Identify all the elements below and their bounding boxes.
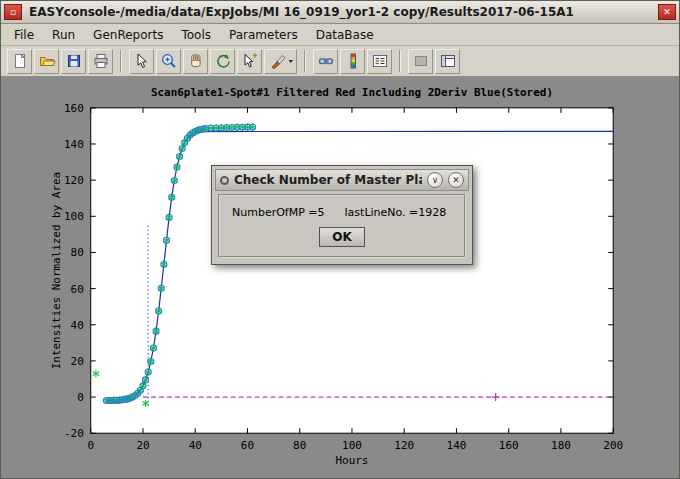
svg-text:40: 40	[71, 319, 84, 332]
new-figure-icon	[11, 52, 29, 70]
chart[interactable]: 020406080100120140160180200-200204060801…	[1, 77, 679, 478]
svg-text:80: 80	[71, 246, 84, 259]
menu-tools[interactable]: Tools	[172, 26, 220, 44]
svg-text:100: 100	[64, 210, 84, 223]
svg-text:160: 160	[64, 102, 84, 115]
hide-plot-tools-icon	[412, 52, 430, 70]
open-file-button[interactable]	[34, 49, 59, 74]
svg-text:160: 160	[499, 439, 519, 452]
svg-text:40: 40	[189, 439, 202, 452]
data-cursor-icon	[241, 52, 259, 70]
window-close-button[interactable]: ✕	[658, 4, 676, 20]
insert-colorbar-button[interactable]	[340, 49, 365, 74]
menu-database[interactable]: DataBase	[307, 26, 383, 44]
svg-text:80: 80	[293, 439, 306, 452]
link-plot-icon	[317, 52, 335, 70]
svg-text:100: 100	[342, 439, 362, 452]
print-figure-button[interactable]	[88, 49, 113, 74]
dialog-collapse-button[interactable]: ∨	[427, 172, 443, 188]
brush-icon	[268, 52, 294, 70]
zoom-in-icon	[160, 52, 178, 70]
menu-file[interactable]: File	[5, 26, 43, 44]
svg-text:120: 120	[394, 439, 414, 452]
toolbar-separator	[304, 50, 306, 72]
dialog-message: NumberOfMP =5 lastLineNo. =1928	[232, 206, 456, 219]
menu-parameters[interactable]: Parameters	[220, 26, 307, 44]
svg-text:140: 140	[64, 138, 84, 151]
svg-text:60: 60	[241, 439, 254, 452]
window-menu-button[interactable]: ▫	[4, 4, 22, 20]
number-of-mp-value: NumberOfMP =5	[232, 206, 325, 219]
toolbar-separator	[399, 50, 401, 72]
print-figure-icon	[92, 52, 110, 70]
data-cursor-button[interactable]	[237, 49, 262, 74]
dialog-icon	[220, 176, 229, 185]
zoom-in-button[interactable]	[156, 49, 181, 74]
show-plot-tools-icon	[439, 52, 457, 70]
menu-bar: FileRunGenReportsToolsParametersDataBase	[1, 24, 679, 46]
svg-text:Intensities Normalized by Area: Intensities Normalized by Area	[50, 172, 63, 369]
svg-text:140: 140	[447, 439, 467, 452]
window-titlebar[interactable]: ▫ EASYconsole-/media/data/ExpJobs/MI 16_…	[1, 1, 679, 24]
rotate-3d-button[interactable]	[210, 49, 235, 74]
dialog-close-button[interactable]: ✕	[448, 172, 464, 188]
figure-area: 020406080100120140160180200-200204060801…	[1, 77, 679, 478]
edit-plot-icon	[133, 52, 151, 70]
svg-text:20: 20	[136, 439, 149, 452]
menu-run[interactable]: Run	[43, 26, 84, 44]
insert-legend-button[interactable]	[367, 49, 392, 74]
svg-text:180: 180	[551, 439, 571, 452]
insert-colorbar-icon	[344, 52, 362, 70]
svg-text:200: 200	[603, 439, 623, 452]
svg-text:-20: -20	[64, 427, 84, 440]
svg-text:60: 60	[71, 283, 84, 296]
open-file-icon	[38, 52, 56, 70]
link-plot-button[interactable]	[313, 49, 338, 74]
menu-genreports[interactable]: GenReports	[84, 26, 172, 44]
show-plot-tools-button[interactable]	[435, 49, 460, 74]
hide-plot-tools-button[interactable]	[408, 49, 433, 74]
edit-plot-button[interactable]	[129, 49, 154, 74]
rotate-3d-icon	[214, 52, 232, 70]
dialog-body: NumberOfMP =5 lastLineNo. =1928 OK	[218, 194, 466, 258]
svg-text:0: 0	[87, 439, 94, 452]
new-figure-button[interactable]	[7, 49, 32, 74]
svg-text:Hours: Hours	[335, 454, 368, 467]
svg-text:20: 20	[71, 355, 84, 368]
toolbar-separator	[120, 50, 122, 72]
check-master-plates-dialog: Check Number of Master Pla ∨ ✕ NumberOfM…	[211, 165, 473, 265]
brush-button[interactable]	[264, 49, 297, 74]
svg-text:0: 0	[77, 391, 84, 404]
toolbar	[1, 46, 679, 77]
svg-text:Scan6plate1-Spot#1 Filtered Re: Scan6plate1-Spot#1 Filtered Red Includin…	[151, 86, 553, 99]
svg-text:120: 120	[64, 174, 84, 187]
ok-button[interactable]: OK	[319, 227, 365, 247]
dialog-title: Check Number of Master Pla	[234, 173, 422, 187]
save-figure-icon	[65, 52, 83, 70]
window-title: EASYconsole-/media/data/ExpJobs/MI 16_09…	[29, 5, 651, 19]
pan-icon	[187, 52, 205, 70]
insert-legend-icon	[371, 52, 389, 70]
last-line-no-value: lastLineNo. =1928	[345, 206, 447, 219]
easyconsole-window: ▫ EASYconsole-/media/data/ExpJobs/MI 16_…	[0, 0, 680, 479]
pan-button[interactable]	[183, 49, 208, 74]
save-figure-button[interactable]	[61, 49, 86, 74]
dialog-titlebar[interactable]: Check Number of Master Pla ∨ ✕	[215, 169, 469, 191]
